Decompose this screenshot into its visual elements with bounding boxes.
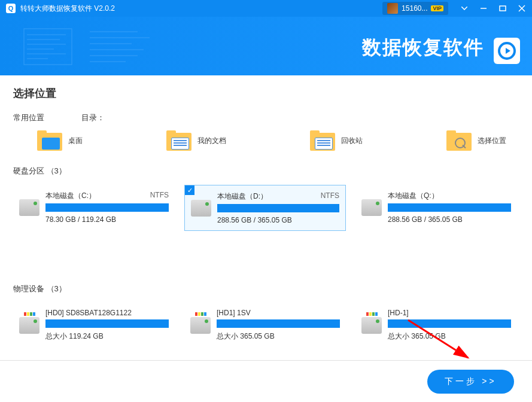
usage-bar [388,319,511,328]
username: 15160... [402,4,427,13]
hdd-icon [19,199,39,216]
physical-disk-icon [19,317,39,334]
common-label: 常用位置 [13,113,44,122]
folder-browse-icon [446,130,472,151]
vip-badge: VIP [431,5,443,11]
partition-c[interactable]: 本地磁盘（C:）NTFS 78.30 GB / 119.24 GB [13,185,175,231]
partition-name: 本地磁盘（D:） [217,191,267,202]
usage-bar [217,319,340,328]
device-hd0[interactable]: [HD0] SD8SBAT128G1122 总大小 119.24 GB [13,303,175,348]
partition-q[interactable]: 本地磁盘（Q:） 288.56 GB / 365.05 GB [355,185,517,231]
partition-size: 288.56 GB / 365.05 GB [388,215,511,224]
titlebar: Q 转转大师数据恢复软件 V2.0.2 15160... VIP [0,0,532,17]
location-desktop[interactable]: 桌面 [37,130,83,151]
location-documents[interactable]: 我的文档 [166,130,226,151]
main-content: 选择位置 常用位置 目录： 桌面 我的文档 回收站 选择位置 硬盘分区 （3） … [0,75,532,348]
svg-rect-1 [500,6,506,11]
banner-app-icon [494,38,520,64]
device-name: [HD1] 1SV [217,309,251,317]
usage-bar [45,203,169,212]
common-locations-row: 桌面 我的文档 回收站 选择位置 [13,130,519,151]
physical-disk-icon [190,317,211,334]
partitions-title: 硬盘分区 （3） [13,166,519,176]
dropdown-icon[interactable] [460,4,469,13]
footer: 下一步 >> [0,360,532,402]
partition-fs: NTFS [150,191,169,201]
location-label: 我的文档 [197,136,226,146]
device-size: 总大小 119.24 GB [45,331,169,342]
check-icon: ✓ [185,185,194,195]
svg-rect-4 [24,29,72,65]
next-button[interactable]: 下一步 >> [427,370,514,394]
location-label: 选择位置 [478,136,506,146]
device-size: 总大小 365.05 GB [388,331,511,342]
folder-recycle-icon [310,130,335,151]
device-size: 总大小 365.05 GB [217,331,340,342]
hdd-icon [191,200,211,217]
app-logo-icon: Q [6,4,16,13]
minimize-button[interactable] [479,4,488,13]
partition-size: 78.30 GB / 119.24 GB [45,215,169,224]
maximize-button[interactable] [498,4,507,13]
usage-bar [388,203,511,212]
folder-desktop-icon [37,130,62,151]
banner-graphic-icon [18,23,197,71]
banner-title: 数据恢复软件 [362,35,484,61]
location-recycle-bin[interactable]: 回收站 [310,130,363,151]
partition-size: 288.56 GB / 365.05 GB [217,216,339,224]
partition-name: 本地磁盘（Q:） [388,191,439,201]
hdd-icon [361,199,382,216]
partition-name: 本地磁盘（C:） [45,191,96,201]
avatar-icon [387,3,398,14]
devices-row: [HD0] SD8SBAT128G1122 总大小 119.24 GB [HD1… [13,303,519,348]
directory-label: 目录： [81,113,105,122]
usage-bar [217,204,339,212]
location-label: 回收站 [341,136,363,146]
partition-fs: NTFS [321,191,339,202]
window-controls [460,4,526,13]
device-name: [HD0] SD8SBAT128G1122 [45,309,132,317]
location-browse[interactable]: 选择位置 [446,130,506,151]
device-hd-1[interactable]: [HD-1] 总大小 365.05 GB [355,303,517,348]
folder-documents-icon [166,130,191,151]
close-button[interactable] [518,4,526,13]
common-locations-header: 常用位置 目录： [13,112,519,123]
page-title: 选择位置 [13,86,519,100]
devices-title: 物理设备 （3） [13,284,519,294]
partition-d[interactable]: ✓ 本地磁盘（D:）NTFS 288.56 GB / 365.05 GB [184,185,346,231]
user-badge[interactable]: 15160... VIP [382,2,448,15]
banner: 数据恢复软件 [0,17,532,75]
partitions-row: 本地磁盘（C:）NTFS 78.30 GB / 119.24 GB ✓ 本地磁盘… [13,185,519,231]
physical-disk-icon [361,317,382,334]
device-name: [HD-1] [388,309,409,317]
device-hd1[interactable]: [HD1] 1SV 总大小 365.05 GB [184,303,346,348]
location-label: 桌面 [68,136,83,146]
usage-bar [45,319,169,328]
app-title: 转转大师数据恢复软件 V2.0.2 [20,4,382,14]
